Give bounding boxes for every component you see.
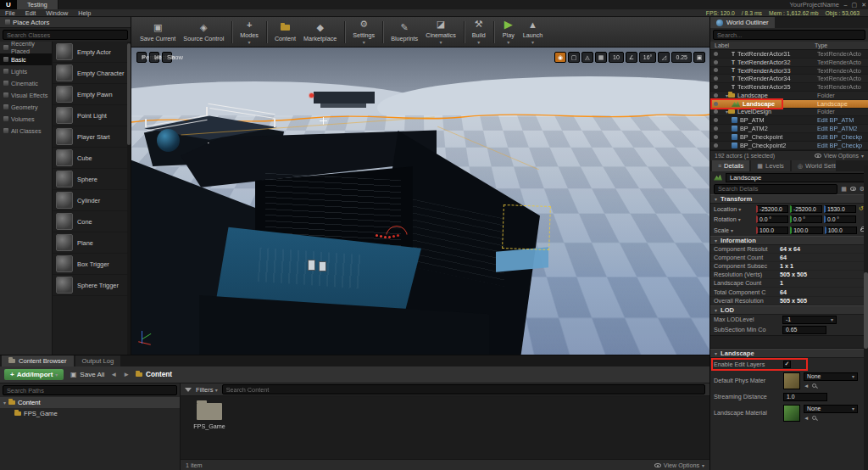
- landscape-material-thumbnail[interactable]: [783, 405, 800, 422]
- level-tab[interactable]: Testing: [17, 0, 58, 9]
- use-selected-icon[interactable]: [804, 383, 809, 389]
- streaming-distance-field[interactable]: 1.0: [783, 393, 827, 401]
- outliner-row-bp-checkpoint[interactable]: BP_CheckpointEdit BP_Checkp: [710, 133, 868, 142]
- cinematics-button[interactable]: Cinematics: [426, 19, 456, 46]
- lod-section-header[interactable]: LOD: [710, 305, 868, 315]
- place-actors-scrollbar[interactable]: [127, 42, 131, 355]
- menu-window[interactable]: Window: [41, 9, 73, 17]
- rotation-x-field[interactable]: 0.0 °: [756, 215, 788, 223]
- visibility-eye-icon[interactable]: [714, 143, 718, 148]
- category-lights[interactable]: Lights: [0, 65, 52, 77]
- tab-content-browser[interactable]: Content Browser: [2, 355, 74, 366]
- scale-label[interactable]: Scale: [714, 227, 754, 234]
- filters-button[interactable]: Filters: [196, 386, 218, 394]
- camera-settings-icon[interactable]: [693, 52, 705, 63]
- content-button[interactable]: Content: [275, 22, 296, 42]
- scale-z-field[interactable]: 100.0: [825, 227, 857, 234]
- world-outliner-tab[interactable]: World Outliner: [710, 17, 775, 28]
- outliner-row-bp-checkpoint2[interactable]: BP_Checkpoint2Edit BP_Checkp: [710, 142, 868, 150]
- scale-snap-icon[interactable]: [658, 52, 670, 63]
- scale-y-field[interactable]: 100.0: [790, 227, 822, 234]
- add-import-button[interactable]: Add/Import: [4, 369, 64, 380]
- item-empty-character[interactable]: Empty Character: [53, 63, 131, 84]
- launch-button[interactable]: Launch: [523, 19, 543, 46]
- menu-file[interactable]: File: [0, 9, 20, 17]
- category-cinematic[interactable]: Cinematic: [0, 77, 52, 89]
- grid-snap-value[interactable]: 10: [609, 52, 624, 63]
- menu-help[interactable]: Help: [73, 9, 96, 17]
- visibility-eye-icon[interactable]: [714, 126, 718, 131]
- category-volumes[interactable]: Volumes: [0, 113, 52, 125]
- marketplace-button[interactable]: Marketplace: [303, 22, 337, 42]
- category-basic[interactable]: Basic: [0, 53, 52, 65]
- rotation-z-field[interactable]: 0.0 °: [824, 215, 856, 223]
- max-lod-dropdown[interactable]: -1: [782, 316, 837, 324]
- minimize-icon[interactable]: [844, 2, 848, 8]
- camera-speed-icon[interactable]: [581, 52, 593, 63]
- outliner-row-bp-atm2[interactable]: BP_ATM2Edit BP_ATM2: [710, 125, 868, 133]
- outliner-column-header[interactable]: Label Type: [710, 42, 868, 50]
- search-paths-input[interactable]: [3, 385, 177, 395]
- outliner-row-landscape-selected[interactable]: LandscapeLandscape: [710, 100, 868, 109]
- search-classes-input[interactable]: [3, 30, 128, 40]
- breadcrumb[interactable]: Content: [136, 371, 172, 378]
- outliner-row-leveldesign-folder[interactable]: LevelDesignFolder: [710, 109, 868, 117]
- outliner-row-textrenderactor31[interactable]: TextRenderActor31TextRenderActo: [710, 50, 868, 59]
- landscape-material-dropdown[interactable]: None: [804, 405, 858, 413]
- label-column-header[interactable]: Label: [715, 42, 815, 48]
- visibility-eye-icon[interactable]: [714, 76, 718, 81]
- item-cone[interactable]: Cone: [53, 211, 131, 232]
- item-point-light[interactable]: Point Light: [53, 105, 131, 126]
- rotation-snap-value[interactable]: 16°: [639, 52, 657, 63]
- tree-item-content[interactable]: Content: [0, 397, 180, 408]
- menu-edit[interactable]: Edit: [20, 9, 42, 17]
- browse-icon[interactable]: [812, 383, 816, 388]
- play-button[interactable]: Play: [502, 19, 515, 46]
- place-actors-tab[interactable]: Place Actors: [0, 17, 131, 28]
- item-empty-actor[interactable]: Empty Actor: [53, 42, 131, 63]
- save-all-button[interactable]: Save All: [70, 371, 104, 378]
- grid-snap-icon[interactable]: [595, 52, 607, 63]
- category-all-classes[interactable]: All Classes: [0, 125, 52, 137]
- source-control-button[interactable]: Source Control: [183, 22, 224, 42]
- tree-item-fps-game[interactable]: FPS_Game: [0, 408, 180, 419]
- visibility-eye-icon[interactable]: [714, 52, 718, 56]
- use-selected-icon[interactable]: [804, 415, 809, 421]
- visibility-eye-icon[interactable]: [714, 85, 718, 89]
- visibility-eye-icon[interactable]: [714, 102, 718, 106]
- location-x-field[interactable]: -25200.0: [756, 205, 788, 213]
- subsection-min-field[interactable]: 0.65: [782, 326, 826, 334]
- lit-button[interactable]: ☀Lit: [149, 52, 159, 63]
- maximize-viewport-icon[interactable]: [568, 52, 580, 63]
- folder-tile-fps-game[interactable]: FPS_Game: [191, 403, 228, 430]
- show-button[interactable]: Show: [162, 52, 172, 63]
- search-details-input[interactable]: [714, 184, 837, 194]
- location-y-field[interactable]: -25200.0: [790, 205, 822, 213]
- rotation-y-field[interactable]: 0.0 °: [790, 215, 822, 223]
- blueprints-button[interactable]: Blueprints: [391, 22, 418, 42]
- browse-icon[interactable]: [812, 416, 816, 420]
- visibility-eye-icon[interactable]: [714, 60, 718, 64]
- build-button[interactable]: Build: [472, 19, 486, 46]
- transform-section-header[interactable]: Transform: [710, 194, 868, 204]
- outliner-row-bp-atm[interactable]: BP_ATMEdit BP_ATM: [710, 116, 868, 125]
- forward-arrow-icon[interactable]: [123, 371, 130, 378]
- actor-name-field[interactable]: Landscape: [726, 173, 865, 182]
- location-label[interactable]: Location: [714, 205, 754, 213]
- phys-material-thumbnail[interactable]: [783, 372, 800, 389]
- eye-icon[interactable]: [850, 187, 856, 191]
- details-scrollbar[interactable]: [864, 165, 868, 470]
- outliner-row-textrenderactor33[interactable]: TextRenderActor33TextRenderActo: [710, 67, 868, 76]
- location-z-field[interactable]: 1530.0: [824, 205, 856, 213]
- category-visual-effects[interactable]: Visual Effects: [0, 89, 52, 101]
- save-current-button[interactable]: Save Current: [140, 22, 175, 42]
- tab-output-log[interactable]: Output Log: [75, 355, 121, 366]
- outliner-row-textrenderactor35[interactable]: TextRenderActor35TextRenderActo: [710, 83, 868, 92]
- visibility-eye-icon[interactable]: [714, 109, 718, 114]
- settings-button[interactable]: Settings: [353, 19, 375, 46]
- visibility-eye-icon[interactable]: [714, 93, 718, 98]
- visibility-eye-icon[interactable]: [714, 118, 718, 122]
- outliner-row-landscape-folder[interactable]: LandscapeFolder: [710, 92, 868, 100]
- item-sphere[interactable]: Sphere: [53, 169, 131, 190]
- gamepad-icon[interactable]: [554, 52, 566, 63]
